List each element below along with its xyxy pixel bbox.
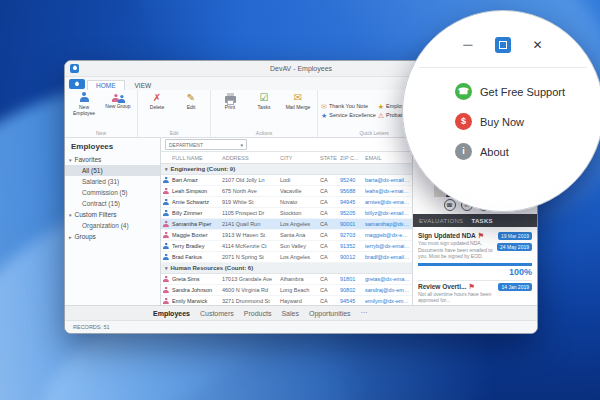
column-email[interactable]: EMAIL [365, 155, 412, 161]
cell-address: 4114 McKenzie Ct [222, 243, 280, 249]
cell-zip-link[interactable]: 95240 [340, 177, 365, 183]
sidebar-item-salaried[interactable]: Salaried (31) [65, 176, 160, 187]
task-card[interactable]: Review Overti... ⚑ Not all overtime hour… [418, 280, 532, 306]
maximize-button[interactable] [495, 37, 511, 53]
tasks-icon: ☑ [248, 92, 280, 104]
thank-you-note-button[interactable]: ✉ Thank You Note [321, 103, 376, 110]
column-zip[interactable]: ZIP C... [340, 155, 365, 161]
cell-zip-link[interactable]: 95688 [340, 188, 365, 194]
tasks-button[interactable]: ☑ Tasks [248, 92, 280, 129]
cell-zip-link[interactable]: 90012 [340, 254, 365, 260]
sidebar-section-groups[interactable]: ▸ Groups [65, 231, 160, 242]
cell-zip-link[interactable]: 95205 [340, 210, 365, 216]
print-button[interactable]: Print [214, 92, 246, 129]
table-row[interactable]: Emily Marwick 3271 Drummond St Hayward C… [161, 296, 412, 305]
magnifier-bubble: ─ ✕ ☎ Get Free Support $ Buy Now i About [402, 10, 600, 212]
module-overflow-button[interactable]: ⋯ [361, 309, 368, 317]
new-employee-button[interactable]: New Employee [68, 92, 100, 129]
tab-tasks[interactable]: TASKS [471, 218, 492, 224]
service-excellence-button[interactable]: ★ Service Excellence [321, 112, 376, 119]
cell-email-link[interactable]: arnies@dx-email.com [365, 199, 412, 205]
module-sales[interactable]: Sales [281, 310, 299, 317]
department-filter-dropdown[interactable]: DEPARTMENT ▾ [165, 139, 247, 150]
menu-item-buy-now[interactable]: $ Buy Now [455, 113, 565, 130]
group-row-human-resources[interactable]: ▾ Human Resources (Count: 6) [161, 263, 412, 274]
new-employee-label: New Employee [73, 104, 95, 116]
cell-email-link[interactable]: emilym@dx-email.com [365, 298, 412, 304]
tab-view[interactable]: VIEW [127, 81, 160, 90]
cell-state: CA [320, 243, 340, 249]
sidebar-item-contract[interactable]: Contract (15) [65, 198, 160, 209]
cell-full-name: Terry Bradley [172, 243, 222, 249]
sidebar-section-favorites[interactable]: ▾ Favorites [65, 154, 160, 165]
column-address[interactable]: ADDRESS [222, 155, 280, 161]
cell-email-link[interactable]: sandraj@dx-email.com [365, 287, 412, 293]
grid-header-row[interactable]: FULL NAME ADDRESS CITY STATE ZIP C... EM… [161, 152, 412, 164]
table-row-selected[interactable]: Samantha Piper 2141 Quail Run Los Angele… [161, 219, 412, 230]
column-full-name[interactable]: FULL NAME [172, 155, 222, 161]
sidebar-item-commission[interactable]: Commission (5) [65, 187, 160, 198]
module-employees[interactable]: Employees [153, 310, 190, 317]
sidebar-item-organization[interactable]: Organization (4) [65, 220, 160, 231]
sidebar-item-all[interactable]: All (51) [65, 165, 160, 176]
cell-zip-link[interactable]: 94945 [340, 199, 365, 205]
cell-zip-link[interactable]: 90001 [340, 221, 365, 227]
table-row[interactable]: Billy Zimmer 1105 Prospect Dr Stockton C… [161, 208, 412, 219]
table-row[interactable]: Greta Sims 17013 Grandale Ave Alhambra C… [161, 274, 412, 285]
new-group-button[interactable]: New Group [102, 92, 134, 129]
tasks-label: Tasks [258, 104, 271, 110]
table-row[interactable]: Bart Arnaz 2107 Old Jolly Ln Lodi CA 952… [161, 175, 412, 186]
table-row[interactable]: Leah Simpson 675 North Ave Vacaville CA … [161, 186, 412, 197]
module-products[interactable]: Products [244, 310, 272, 317]
edit-button[interactable]: ✎ Edit [175, 92, 207, 129]
cell-zip-link[interactable]: 94545 [340, 298, 365, 304]
cell-email-link[interactable]: gretas@dx-email.com [365, 276, 412, 282]
cell-zip-link[interactable]: 91352 [340, 243, 365, 249]
column-city[interactable]: CITY [280, 155, 320, 161]
cell-city: Los Angeles [280, 221, 320, 227]
cell-email-link[interactable]: bradf@dx-email.com [365, 254, 412, 260]
sidebar-section-custom-filters[interactable]: ▾ Custom Filters [65, 209, 160, 220]
ribbon-group-actions: Print ☑ Tasks ✉ Mail Merge Actions [211, 90, 318, 137]
module-opportunities[interactable]: Opportunities [309, 310, 351, 317]
cell-email-link[interactable]: barta@dx-email.com [365, 177, 412, 183]
menu-item-about[interactable]: i About [455, 143, 565, 160]
person-icon [163, 276, 170, 283]
person-icon [80, 92, 89, 102]
task-date-badge: 19 Mar 2019 [498, 232, 532, 240]
cell-email-link[interactable]: leahs@dx-email.com [365, 188, 412, 194]
phone-icon[interactable]: ☎ [444, 199, 456, 211]
employee-grid: DEPARTMENT ▾ FULL NAME ADDRESS CITY STAT… [161, 138, 412, 305]
cell-email-link[interactable]: terryb@dx-email.com [365, 243, 412, 249]
cell-zip-link[interactable]: 90802 [340, 287, 365, 293]
tab-home[interactable]: HOME [87, 80, 125, 90]
table-row[interactable]: Arnie Schwartz 919 White St Novato CA 94… [161, 197, 412, 208]
mail-merge-button[interactable]: ✉ Mail Merge [282, 92, 314, 129]
column-state[interactable]: STATE [320, 155, 340, 161]
tab-evaluations[interactable]: EVALUATIONS [419, 218, 463, 224]
cell-address: 17013 Grandale Ave [222, 276, 280, 282]
cell-zip-link[interactable]: 91801 [340, 276, 365, 282]
cell-email-link[interactable]: billyz@dx-email.com [365, 210, 412, 216]
cell-address: 1913 W Haven St [222, 232, 280, 238]
task-card[interactable]: Sign Updated NDA ⚑ You must sign updated… [418, 230, 532, 280]
delete-button[interactable]: ✗ Delete [141, 92, 173, 129]
cell-email-link[interactable]: samanthap@dx-email.com [365, 221, 412, 227]
cell-full-name: Billy Zimmer [172, 210, 222, 216]
person-icon [163, 243, 170, 250]
table-row[interactable]: Sandra Johnson 4600 N Virginia Rd Long B… [161, 285, 412, 296]
table-row[interactable]: Terry Bradley 4114 McKenzie Ct Sun Valle… [161, 241, 412, 252]
minimize-button[interactable]: ─ [463, 37, 472, 53]
cell-zip-link[interactable]: 92703 [340, 232, 365, 238]
cell-full-name: Samantha Piper [172, 221, 222, 227]
close-button[interactable]: ✕ [533, 37, 543, 53]
table-row[interactable]: Brad Farkus 2071 N Spring St Los Angeles… [161, 252, 412, 263]
menu-item-get-free-support[interactable]: ☎ Get Free Support [455, 83, 565, 100]
table-row[interactable]: Maggie Boxter 1913 W Haven St Santa Ana … [161, 230, 412, 241]
module-customers[interactable]: Customers [200, 310, 234, 317]
grid-toolbar: DEPARTMENT ▾ [161, 138, 412, 152]
cell-email-link[interactable]: maggieb@dx-email.com [365, 232, 412, 238]
app-menu-button[interactable] [69, 79, 85, 89]
delete-icon: ✗ [141, 92, 173, 104]
group-row-engineering[interactable]: ▾ Engineering (Count: 9) [161, 164, 412, 175]
